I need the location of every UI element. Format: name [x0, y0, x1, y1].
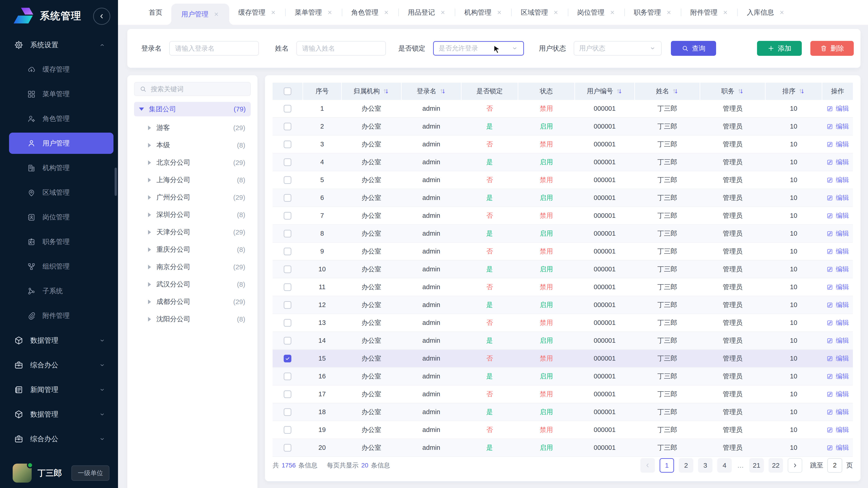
row-checkbox[interactable]: [284, 158, 291, 166]
sidebar-item-subsystem[interactable]: 子系统: [0, 279, 118, 303]
tree-node-chengdu-branch[interactable]: 成都分公司(29): [134, 293, 251, 311]
edit-row-button[interactable]: 编辑: [827, 283, 849, 292]
page-button-1[interactable]: 1: [659, 458, 674, 473]
sidebar-item-general-office-2[interactable]: 综合办公: [0, 427, 118, 451]
edit-row-button[interactable]: 编辑: [827, 211, 849, 220]
edit-row-button[interactable]: 编辑: [827, 443, 849, 452]
tree-node-wuhan-branch[interactable]: 武汉分公司(8): [134, 275, 251, 293]
sidebar-item-position-mgmt[interactable]: 职务管理: [0, 230, 118, 254]
search-button[interactable]: 查询: [671, 41, 716, 56]
tab-close-icon[interactable]: [666, 9, 672, 15]
unit-badge-button[interactable]: 一级单位: [71, 465, 110, 481]
edit-row-button[interactable]: 编辑: [827, 318, 849, 327]
avatar[interactable]: [13, 464, 32, 483]
row-checkbox[interactable]: [284, 337, 291, 345]
sidebar-scrollbar-thumb[interactable]: [115, 168, 117, 196]
tab-attachment-mgmt[interactable]: 附件管理: [681, 0, 737, 25]
tab-close-icon[interactable]: [553, 9, 559, 15]
edit-row-button[interactable]: 编辑: [827, 158, 849, 167]
edit-row-button[interactable]: 编辑: [827, 408, 849, 417]
column-header-user_no[interactable]: 用户编号: [575, 83, 634, 100]
tab-institution-mgmt[interactable]: 机构管理: [455, 0, 511, 25]
tab-supplies-register[interactable]: 用品登记: [399, 0, 455, 25]
sidebar-item-data-mgmt-2[interactable]: 数据管理: [0, 402, 118, 427]
tree-node-chongqing-branch[interactable]: 重庆分公司(8): [134, 241, 251, 258]
tab-post-mgmt[interactable]: 岗位管理: [568, 0, 624, 25]
sidebar-item-institution-mgmt[interactable]: 机构管理: [0, 156, 118, 180]
status-filter-select[interactable]: 用户状态: [574, 41, 662, 56]
column-header-login[interactable]: 登录名: [402, 83, 461, 100]
column-header-name[interactable]: 姓名: [635, 83, 700, 100]
edit-row-button[interactable]: 编辑: [827, 336, 849, 345]
edit-row-button[interactable]: 编辑: [827, 193, 849, 202]
edit-row-button[interactable]: 编辑: [827, 175, 849, 185]
sidebar-collapse-button[interactable]: [93, 8, 110, 25]
row-checkbox[interactable]: [284, 140, 291, 148]
edit-row-button[interactable]: 编辑: [827, 354, 849, 363]
page-button-4[interactable]: 4: [717, 458, 732, 473]
sidebar-item-region-mgmt[interactable]: 区域管理: [0, 180, 118, 205]
column-header-order[interactable]: 排序: [766, 83, 822, 100]
sidebar-item-organization-mgmt[interactable]: 组织管理: [0, 254, 118, 279]
row-checkbox[interactable]: [284, 212, 291, 220]
row-checkbox[interactable]: [284, 248, 291, 255]
jump-page-input[interactable]: [827, 458, 842, 473]
prev-page-button[interactable]: [640, 458, 655, 473]
tree-node-group-company[interactable]: 集团公司 (79): [134, 102, 251, 116]
tab-close-icon[interactable]: [213, 11, 219, 17]
edit-row-button[interactable]: 编辑: [827, 229, 849, 238]
page-button-2[interactable]: 2: [679, 458, 693, 473]
add-button[interactable]: 添加: [757, 41, 802, 56]
tab-menu-mgmt[interactable]: 菜单管理: [286, 0, 342, 25]
tab-close-icon[interactable]: [779, 9, 785, 15]
column-header-title[interactable]: 职务: [700, 83, 765, 100]
row-checkbox[interactable]: [284, 372, 291, 380]
tab-close-icon[interactable]: [722, 9, 728, 15]
tab-close-icon[interactable]: [496, 9, 502, 15]
edit-row-button[interactable]: 编辑: [827, 425, 849, 434]
column-header-org[interactable]: 归属机构: [342, 83, 401, 100]
edit-row-button[interactable]: 编辑: [827, 104, 849, 113]
login-filter-input[interactable]: [169, 41, 259, 56]
tab-close-icon[interactable]: [327, 9, 333, 15]
name-filter-input[interactable]: [296, 41, 386, 56]
page-button-21[interactable]: 21: [749, 458, 764, 473]
edit-row-button[interactable]: 编辑: [827, 247, 849, 256]
tab-position-mgmt[interactable]: 职务管理: [625, 0, 681, 25]
select-all-checkbox[interactable]: [284, 88, 291, 95]
tab-close-icon[interactable]: [440, 9, 446, 15]
edit-row-button[interactable]: 编辑: [827, 300, 849, 310]
row-checkbox[interactable]: [284, 390, 291, 398]
row-checkbox[interactable]: [284, 301, 291, 309]
row-checkbox[interactable]: [284, 444, 291, 452]
delete-button[interactable]: 删除: [810, 41, 854, 56]
row-checkbox[interactable]: [284, 319, 291, 327]
tree-node-shenzhen-branch[interactable]: 深圳分公司(8): [134, 206, 251, 223]
row-checkbox[interactable]: [284, 123, 291, 130]
sidebar-item-data-mgmt[interactable]: 数据管理: [0, 328, 118, 353]
tree-node-visitor[interactable]: 游客(29): [134, 119, 251, 136]
tab-role-mgmt[interactable]: 角色管理: [342, 0, 398, 25]
sidebar-item-general-office[interactable]: 综合办公: [0, 353, 118, 377]
tree-node-beijing-branch[interactable]: 北京分公司(29): [134, 154, 251, 171]
edit-row-button[interactable]: 编辑: [827, 122, 849, 131]
row-checkbox[interactable]: [284, 355, 291, 362]
row-checkbox[interactable]: [284, 426, 291, 434]
tree-node-local[interactable]: 本级(8): [134, 136, 251, 154]
tree-node-shanghai-branch[interactable]: 上海分公司(8): [134, 171, 251, 189]
tab-close-icon[interactable]: [610, 9, 615, 15]
tab-cache-mgmt[interactable]: 缓存管理: [229, 0, 285, 25]
tree-node-shenyang-branch[interactable]: 沈阳分公司(8): [134, 311, 251, 328]
tree-node-tianjin-branch[interactable]: 天津分公司(29): [134, 223, 251, 241]
tab-inbound-info[interactable]: 入库信息: [738, 0, 794, 25]
row-checkbox[interactable]: [284, 230, 291, 237]
page-button-3[interactable]: 3: [698, 458, 712, 473]
edit-row-button[interactable]: 编辑: [827, 140, 849, 149]
row-checkbox[interactable]: [284, 283, 291, 291]
sidebar-item-post-mgmt[interactable]: 岗位管理: [0, 205, 118, 230]
tree-node-guangzhou-branch[interactable]: 广州分公司(29): [134, 189, 251, 206]
tab-close-icon[interactable]: [270, 9, 276, 15]
edit-row-button[interactable]: 编辑: [827, 372, 849, 381]
row-checkbox[interactable]: [284, 408, 291, 416]
sidebar-item-user-mgmt[interactable]: 用户管理: [9, 133, 114, 154]
